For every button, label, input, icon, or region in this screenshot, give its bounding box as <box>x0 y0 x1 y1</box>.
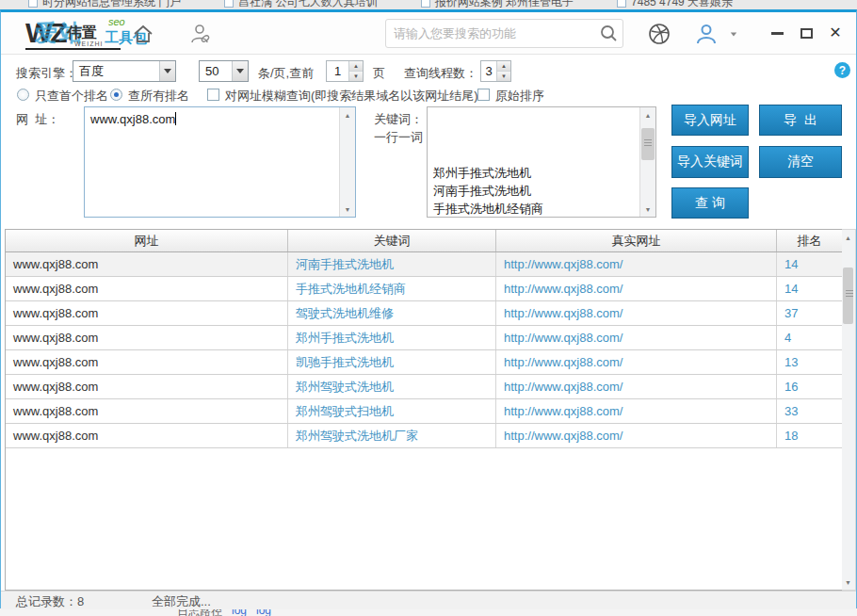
table-row[interactable]: www.qxj88.com 驾驶式洗地机维修 http://www.qxj88.… <box>6 301 842 326</box>
per-page-label: 条/页,查前 <box>258 65 314 82</box>
page-count-stepper[interactable]: 1 ▲▼ <box>326 60 364 82</box>
app-logo: WZ 爱站 伟置 WEIZHI seo 工具包 <box>25 18 148 52</box>
spin-up-icon[interactable]: ▲ <box>497 61 510 72</box>
scroll-down-icon[interactable]: ▼ <box>640 202 655 217</box>
table-row[interactable]: www.qxj88.com 郑州手推式洗地机 http://www.qxj88.… <box>6 326 842 350</box>
cell-rank: 16 <box>777 375 842 398</box>
cell-rank: 14 <box>777 277 842 300</box>
threads-stepper[interactable]: 3 ▲▼ <box>480 60 511 82</box>
keyword-line: 河南手推式洗地机 <box>433 182 634 200</box>
cell-rank: 18 <box>777 424 842 447</box>
chevron-down-icon <box>232 61 248 81</box>
fuzzy-query-checkbox[interactable] <box>207 89 219 101</box>
scroll-up-icon[interactable]: ▲ <box>640 107 655 122</box>
search-input[interactable] <box>386 26 594 41</box>
original-order-checkbox[interactable] <box>477 89 490 101</box>
scroll-up-icon[interactable]: ▲ <box>842 230 854 245</box>
app-window: WZ 爱站 伟置 WEIZHI seo 工具包 <box>0 9 857 608</box>
keyword-sublabel: 一行一词 <box>374 129 423 146</box>
cell-real-url-link[interactable]: http://www.qxj88.com/ <box>496 252 777 276</box>
scroll-down-icon[interactable]: ▼ <box>340 202 355 217</box>
cell-keyword-link[interactable]: 郑州驾驶式扫地机 <box>288 399 496 423</box>
keyword-line: 郑州手推式洗地机 <box>433 164 634 182</box>
help-icon[interactable]: ? <box>834 62 850 78</box>
cell-keyword-link[interactable]: 河南手推式洗地机 <box>288 252 496 276</box>
cell-keyword-link[interactable]: 凯驰手推式洗地机 <box>288 350 496 374</box>
minimize-button[interactable] <box>766 23 788 43</box>
close-button[interactable]: ✕ <box>824 23 847 43</box>
url-label: 网 址： <box>16 111 59 128</box>
original-order-label[interactable]: 原始排序 <box>495 88 544 105</box>
radio-all-ranks-label[interactable]: 查所有排名 <box>128 88 189 105</box>
background-bookmark-item: 时分网站信息管理系统 门户 <box>28 0 181 9</box>
header-url[interactable]: 网址 <box>6 230 288 251</box>
radio-first-rank[interactable] <box>17 89 29 101</box>
cell-url: www.qxj88.com <box>6 399 288 423</box>
cell-rank: 4 <box>777 326 842 349</box>
keywords-textarea[interactable]: 郑州手推式洗地机河南手推式洗地机手推式洗地机经销商驾驶式洗地机维修凯驰手推式洗地… <box>427 106 656 218</box>
background-window-top: 时分网站信息管理系统 门户昌社满 公司七大数入其培训报价网站案例 郑州佳管电子7… <box>0 0 857 9</box>
export-button[interactable]: 导 出 <box>759 105 842 136</box>
table-row[interactable]: www.qxj88.com 郑州驾驶式洗地机厂家 http://www.qxj8… <box>6 424 842 448</box>
header-rank[interactable]: 排名 <box>777 230 842 251</box>
cell-keyword-link[interactable]: 郑州驾驶式洗地机 <box>288 375 496 398</box>
clear-button[interactable]: 清空 <box>759 146 842 178</box>
header-keyword[interactable]: 关键词 <box>288 230 496 251</box>
spin-up-icon[interactable]: ▲ <box>349 61 363 72</box>
import-keywords-button[interactable]: 导入关键词 <box>671 146 749 178</box>
title-bar: WZ 爱站 伟置 WEIZHI seo 工具包 <box>1 12 856 55</box>
maximize-button[interactable] <box>795 23 817 43</box>
url-scrollbar[interactable]: ▲ ▼ <box>339 107 355 217</box>
cell-real-url-link[interactable]: http://www.qxj88.com/ <box>496 277 777 300</box>
fuzzy-query-label[interactable]: 对网址模糊查询(即搜索结果域名以该网址结尾) <box>225 88 478 105</box>
cell-keyword-link[interactable]: 手推式洗地机经销商 <box>288 277 496 300</box>
cell-rank: 13 <box>777 350 842 374</box>
background-bookmark-item: 昌社满 公司七大数入其培训 <box>224 0 377 9</box>
cell-keyword-link[interactable]: 郑州手推式洗地机 <box>288 326 496 349</box>
chevron-down-icon <box>159 61 175 81</box>
home-icon[interactable] <box>131 22 155 46</box>
cell-keyword-link[interactable]: 驾驶式洗地机维修 <box>288 301 496 325</box>
scroll-up-icon[interactable]: ▲ <box>340 107 355 122</box>
table-row[interactable]: www.qxj88.com 河南手推式洗地机 http://www.qxj88.… <box>6 252 842 277</box>
cell-real-url-link[interactable]: http://www.qxj88.com/ <box>496 301 777 325</box>
user-menu-caret-icon[interactable] <box>726 22 741 46</box>
engine-select[interactable]: 百度 <box>73 60 176 82</box>
scrollbar-thumb[interactable] <box>843 267 853 324</box>
keywords-scrollbar[interactable]: ▲ ▼ <box>639 107 655 217</box>
cell-real-url-link[interactable]: http://www.qxj88.com/ <box>496 375 777 398</box>
cell-real-url-link[interactable]: http://www.qxj88.com/ <box>496 326 777 349</box>
table-row[interactable]: www.qxj88.com 郑州驾驶式洗地机 http://www.qxj88.… <box>6 375 842 399</box>
cell-real-url-link[interactable]: http://www.qxj88.com/ <box>496 424 777 447</box>
header-real-url[interactable]: 真实网址 <box>496 230 777 251</box>
cell-real-url-link[interactable]: http://www.qxj88.com/ <box>496 399 777 423</box>
scrollbar-thumb[interactable] <box>641 128 655 160</box>
user-icon[interactable] <box>694 22 719 46</box>
cell-keyword-link[interactable]: 郑州驾驶式洗地机厂家 <box>288 424 496 447</box>
bookmark-icon <box>224 0 234 8</box>
per-page-value: 50 <box>200 64 232 78</box>
cell-real-url-link[interactable]: http://www.qxj88.com/ <box>496 350 777 374</box>
radio-all-ranks[interactable] <box>110 89 122 101</box>
dribbble-icon[interactable] <box>647 22 671 46</box>
radio-first-rank-label[interactable]: 只查首个排名 <box>35 88 108 105</box>
table-row[interactable]: www.qxj88.com 手推式洗地机经销商 http://www.qxj88… <box>6 277 842 301</box>
cell-url: www.qxj88.com <box>6 252 288 276</box>
scroll-down-icon[interactable]: ▼ <box>842 575 854 590</box>
threads-label: 查询线程数： <box>404 65 477 82</box>
table-row[interactable]: www.qxj88.com 凯驰手推式洗地机 http://www.qxj88.… <box>6 350 842 375</box>
contacts-icon[interactable] <box>187 22 212 46</box>
cell-rank: 14 <box>777 252 842 276</box>
cell-url: www.qxj88.com <box>6 375 288 398</box>
url-textarea[interactable]: www.qxj88.com ▲ ▼ <box>84 106 356 218</box>
import-urls-button[interactable]: 导入网址 <box>671 105 749 136</box>
per-page-select[interactable]: 50 <box>199 60 249 82</box>
spin-down-icon[interactable]: ▼ <box>349 72 363 81</box>
query-button[interactable]: 查 询 <box>671 187 749 219</box>
spin-down-icon[interactable]: ▼ <box>497 72 510 81</box>
table-row[interactable]: www.qxj88.com 郑州驾驶式扫地机 http://www.qxj88.… <box>6 399 842 424</box>
cell-url: www.qxj88.com <box>6 326 288 349</box>
keyword-label: 关键词： <box>374 111 423 128</box>
table-scrollbar[interactable]: ▲ ▼ <box>842 229 856 591</box>
search-icon[interactable] <box>594 24 623 42</box>
